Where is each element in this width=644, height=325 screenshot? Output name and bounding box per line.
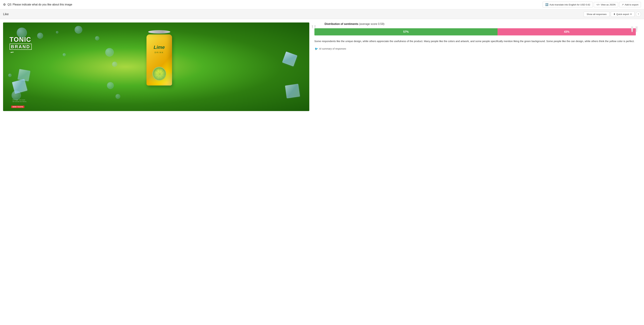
tonic-brand-text: TONIC BRAND bbox=[10, 36, 32, 54]
splash-effect bbox=[142, 70, 176, 84]
ai-summary-text: AI summary of responses bbox=[319, 47, 346, 50]
ice-cube bbox=[282, 52, 297, 66]
can-small-text: Zero sugar · Zero wastewith minerals and… bbox=[12, 99, 26, 102]
ice-cube bbox=[18, 69, 30, 81]
show-responses-label: Show all responses bbox=[586, 13, 606, 16]
sentiment-panel: " " Distribution of sentiments (average … bbox=[309, 22, 641, 50]
water-drop bbox=[56, 31, 58, 34]
main-content: TONIC BRAND Lime DRINK bbox=[0, 19, 644, 114]
code-icon: </> bbox=[596, 4, 600, 6]
add-export-label: Add to export bbox=[625, 4, 638, 6]
brand-line2: BRAND bbox=[10, 44, 32, 50]
water-drop bbox=[74, 26, 82, 34]
bird-icon: 🐦 bbox=[314, 47, 318, 50]
water-drop bbox=[107, 82, 114, 89]
average-score-text: (average score 0.59): bbox=[359, 22, 385, 26]
section-label: Like bbox=[3, 12, 9, 16]
quick-export-button[interactable]: ⬇ Quick export ▼ bbox=[611, 12, 634, 17]
header-bar: ⚙ Q3: Please indicate what do you like a… bbox=[0, 0, 644, 9]
water-drop bbox=[63, 53, 66, 56]
translate-icon: 🔤 bbox=[545, 3, 548, 6]
brand-bird-icon bbox=[10, 51, 15, 54]
question-label: Q3: Please indicate what do you like abo… bbox=[8, 3, 72, 6]
quick-export-label: Quick export bbox=[616, 13, 629, 16]
water-drop bbox=[112, 62, 117, 67]
sentiment-bar: 57% 43% bbox=[314, 28, 636, 36]
product-image-container: TONIC BRAND Lime DRINK bbox=[3, 22, 309, 111]
quote-mark-right: " bbox=[630, 24, 639, 44]
show-all-responses-button[interactable]: Show all responses bbox=[584, 12, 610, 17]
water-drop bbox=[105, 48, 114, 56]
distribution-label: Distribution of sentiments bbox=[325, 22, 358, 26]
water-drop bbox=[95, 36, 99, 40]
chevron-down-icon: ▼ bbox=[630, 13, 632, 15]
positive-pct-label: 57% bbox=[403, 30, 408, 34]
new-taste-badge: NEW TASTE bbox=[11, 106, 24, 108]
auto-translate-button[interactable]: 🔤 Auto-translate into English for USD 0.… bbox=[543, 2, 593, 8]
export-icon: ↗ bbox=[622, 3, 624, 6]
can-drink-text: DRINK bbox=[155, 52, 164, 54]
water-drop bbox=[37, 33, 43, 39]
distribution-title: Distribution of sentiments (average scor… bbox=[314, 22, 636, 26]
help-icon: ? bbox=[638, 13, 639, 16]
view-json-label: View as JSON bbox=[601, 4, 616, 6]
water-drop bbox=[8, 74, 12, 77]
gear-icon: ⚙ bbox=[3, 3, 6, 6]
ai-summary-label: 🐦 AI summary of responses bbox=[314, 47, 636, 50]
auto-translate-label: Auto-translate into English for USD 0.62 bbox=[550, 4, 590, 6]
can-lime-text: Lime bbox=[154, 45, 165, 50]
sentiment-description: Some respondents like the unique design,… bbox=[314, 39, 636, 44]
sub-header-actions: Show all responses ⬇ Quick export ▼ ? bbox=[584, 12, 641, 17]
negative-pct-label: 43% bbox=[564, 30, 570, 34]
tonic-line1: TONIC bbox=[10, 36, 31, 43]
positive-bar: 57% bbox=[314, 28, 498, 36]
ice-cube bbox=[285, 84, 300, 98]
quote-mark-left: " bbox=[311, 24, 317, 35]
help-button[interactable]: ? bbox=[636, 12, 641, 17]
can-top bbox=[148, 30, 170, 34]
header-actions: 🔤 Auto-translate into English for USD 0.… bbox=[543, 2, 641, 8]
sub-header: Like Show all responses ⬇ Quick export ▼… bbox=[0, 9, 644, 19]
negative-bar: 43% bbox=[498, 28, 636, 36]
view-json-button[interactable]: </> View as JSON bbox=[594, 2, 618, 7]
add-to-export-button[interactable]: ↗ Add to export bbox=[619, 2, 641, 7]
water-drop bbox=[116, 94, 120, 99]
product-image: TONIC BRAND Lime DRINK bbox=[3, 22, 309, 111]
question-label-container: ⚙ Q3: Please indicate what do you like a… bbox=[3, 3, 72, 6]
product-can: Lime DRINK bbox=[144, 31, 174, 92]
download-icon: ⬇ bbox=[613, 13, 616, 16]
